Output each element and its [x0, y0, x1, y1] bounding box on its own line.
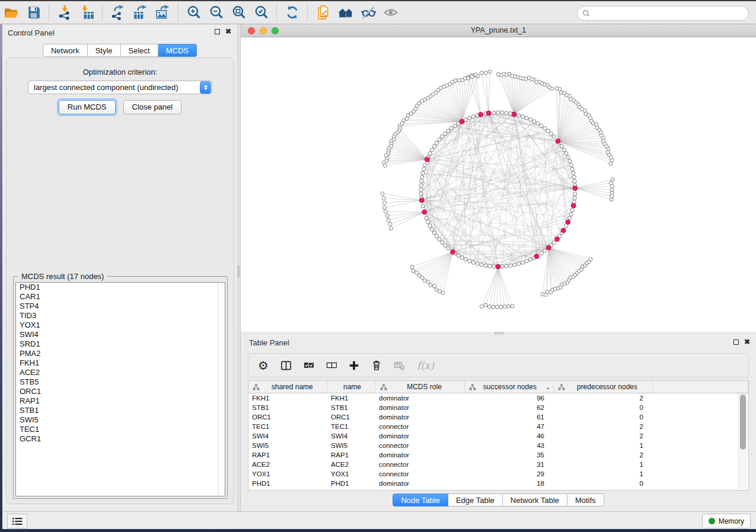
close-panel-icon[interactable]: ✖: [744, 339, 750, 345]
zoom-fit-button[interactable]: [228, 2, 250, 23]
mcds-result-item[interactable]: ORC1: [16, 387, 225, 396]
window-minimize-traffic-light[interactable]: [260, 27, 267, 34]
toolbar-separator: [276, 4, 277, 21]
save-session-button[interactable]: [23, 2, 45, 23]
dropdown-stepper-icon: [200, 81, 211, 94]
mcds-result-item[interactable]: ACE2: [16, 368, 225, 377]
mcds-result-item[interactable]: PMA2: [16, 349, 225, 358]
mcds-result-item[interactable]: STP4: [16, 302, 225, 311]
window-close-traffic-light[interactable]: [248, 27, 255, 34]
table-row[interactable]: STB1STB1dominator620: [248, 403, 748, 412]
refresh-button[interactable]: [281, 2, 304, 23]
tab-mcds[interactable]: MCDS: [158, 44, 197, 57]
mcds-result-item[interactable]: STB5: [16, 377, 225, 387]
table-cell: 18: [464, 479, 553, 488]
network-window-titlebar[interactable]: YPA_prune.txt_1: [241, 24, 756, 37]
delete-table-button-disabled: [394, 360, 405, 370]
mcds-result-item[interactable]: GCR1: [16, 434, 225, 444]
table-panel: Table Panel ✖ ⚙ f(x): [241, 335, 756, 511]
table-cell: 29: [464, 469, 553, 479]
mcds-result-list[interactable]: PHD1CAR1STP4TID3YOX1SWI4SRD1PMA2FKH1ACE2…: [15, 282, 225, 496]
column-header-filler: [652, 381, 748, 393]
table-tab-bar: Node Table Edge Table Network Table Moti…: [241, 493, 756, 507]
tab-style[interactable]: Style: [88, 44, 121, 57]
memory-button[interactable]: Memory: [702, 514, 751, 528]
mcds-result-item[interactable]: YOX1: [16, 321, 225, 330]
column-header-mcds-role[interactable]: MCDS role: [375, 381, 464, 393]
import-table-button[interactable]: [76, 2, 98, 23]
select-all-icon: [304, 360, 314, 370]
table-row[interactable]: ORC1ORC1dominator610: [248, 412, 748, 422]
task-history-button[interactable]: [7, 514, 27, 528]
import-network-button[interactable]: [53, 2, 76, 23]
export-image-button[interactable]: [152, 2, 174, 23]
tab-network[interactable]: Network: [43, 44, 88, 57]
tab-edge-table[interactable]: Edge Table: [448, 493, 503, 507]
mcds-result-item[interactable]: STB1: [16, 406, 225, 415]
mcds-result-item[interactable]: SWI5: [16, 415, 225, 425]
deselect-all-button[interactable]: [326, 360, 337, 370]
table-row[interactable]: SWI5SWI5connector431: [248, 441, 748, 450]
table-row[interactable]: PHD1PHD1dominator180: [248, 479, 748, 488]
table-row[interactable]: YOX1YOX1connector291: [248, 469, 748, 479]
table-cell: TEC1: [327, 422, 375, 431]
table-cell: connector: [375, 469, 464, 479]
mcds-result-item[interactable]: PHD1: [16, 283, 225, 292]
column-header-name[interactable]: name: [327, 381, 375, 393]
mcds-result-item[interactable]: RAP1: [16, 396, 225, 406]
scrollbar-thumb[interactable]: [740, 395, 746, 450]
glasses-slash-button[interactable]: [357, 2, 379, 23]
window-maximize-traffic-light[interactable]: [272, 27, 279, 34]
table-cell: dominator: [375, 431, 464, 441]
table-row[interactable]: SWI4SWI4dominator462: [248, 431, 748, 441]
column-header-shared-name[interactable]: shared name: [248, 381, 327, 393]
zoom-out-button[interactable]: [205, 2, 228, 23]
add-column-button[interactable]: [349, 360, 359, 371]
search-input[interactable]: [594, 9, 748, 18]
table-row[interactable]: RAP1RAP1dominator352: [248, 450, 748, 460]
eye-button[interactable]: [379, 2, 402, 23]
mcds-result-item[interactable]: FKH1: [16, 358, 225, 368]
close-panel-icon[interactable]: ✖: [225, 28, 231, 35]
zoom-in-button[interactable]: [183, 2, 205, 23]
tab-network-table[interactable]: Network Table: [503, 493, 567, 507]
float-panel-icon[interactable]: [733, 339, 739, 345]
criterion-dropdown[interactable]: largest connected component (undirected): [28, 81, 212, 94]
mcds-result-item[interactable]: TEC1: [16, 425, 225, 434]
float-panel-icon[interactable]: [215, 29, 220, 34]
export-network-button[interactable]: [107, 2, 129, 23]
houses-button[interactable]: [334, 2, 357, 23]
table-row[interactable]: ACE2ACE2connector311: [248, 460, 748, 469]
tab-select[interactable]: Select: [121, 44, 158, 57]
mcds-result-item[interactable]: CAR1: [16, 292, 225, 302]
column-header-successor-nodes[interactable]: successor nodes⌄: [464, 381, 553, 393]
table-row[interactable]: FKH1FKH1dominator962: [248, 393, 748, 403]
zoom-selected-button[interactable]: [250, 2, 273, 23]
open-file-button[interactable]: [0, 2, 23, 23]
network-graph[interactable]: [241, 37, 756, 332]
tab-node-table[interactable]: Node Table: [393, 493, 448, 507]
table-cell: 1: [553, 469, 652, 479]
table-settings-button[interactable]: ⚙: [258, 360, 269, 371]
show-columns-button[interactable]: [280, 360, 292, 371]
table-scrollbar[interactable]: [738, 393, 748, 489]
search-box[interactable]: [577, 6, 749, 21]
result-list-scrollbar[interactable]: [218, 283, 225, 496]
table-cell: 62: [464, 403, 553, 412]
select-all-button[interactable]: [304, 360, 314, 370]
mcds-result-item[interactable]: TID3: [16, 311, 225, 321]
mcds-result-item[interactable]: SRD1: [16, 339, 225, 349]
clone-network-button[interactable]: [312, 2, 334, 23]
table-cell: 0: [553, 412, 652, 422]
run-mcds-button[interactable]: Run MCDS: [59, 100, 116, 114]
optimization-criterion-label: Optimization criterion:: [7, 68, 234, 76]
export-table-button[interactable]: [129, 2, 152, 23]
table-row[interactable]: TEC1TEC1connector472: [248, 422, 748, 431]
delete-column-button[interactable]: [371, 360, 382, 371]
table-toolbar: ⚙ f(x): [248, 353, 749, 377]
column-header-predecessor-nodes[interactable]: predecessor nodes: [553, 381, 652, 393]
network-canvas[interactable]: [241, 37, 756, 332]
mcds-result-item[interactable]: SWI4: [16, 330, 225, 339]
tab-motifs[interactable]: Motifs: [567, 493, 604, 507]
close-panel-button[interactable]: Close panel: [123, 100, 182, 114]
